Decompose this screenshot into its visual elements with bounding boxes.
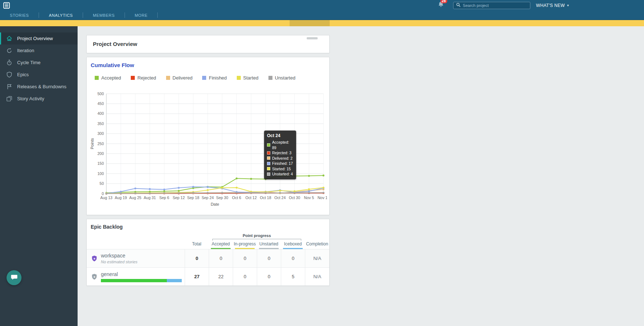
page-title-card: Project Overview xyxy=(86,35,330,53)
tooltip-row: Finished: 17 xyxy=(267,161,293,166)
home-icon xyxy=(6,35,12,42)
legend-swatch-icon xyxy=(268,76,272,80)
cell-in-progress: 0 xyxy=(233,268,257,286)
sidebar-item-cycle-time[interactable]: Cycle Time xyxy=(0,57,78,69)
tooltip-row: Delivered: 2 xyxy=(267,156,293,161)
search-input[interactable] xyxy=(463,3,527,8)
epic-backlog-card: Epic Backlog Point progress Total Accept… xyxy=(86,219,330,286)
legend-label: Accepted xyxy=(101,75,121,81)
flag-icon xyxy=(6,84,12,90)
notice-banner xyxy=(0,20,644,26)
legend-swatch-icon xyxy=(166,76,170,80)
whats-new-button[interactable]: WHAT'S NEW ▾ xyxy=(536,3,569,8)
svg-text:Oct 12: Oct 12 xyxy=(246,195,257,200)
legend-swatch-icon xyxy=(202,76,206,80)
column-header-unstarted: Unstarted xyxy=(257,239,281,249)
chevron-down-icon: ▾ xyxy=(567,3,569,7)
table-row: ★ general 27 22 0 0 5 N/A xyxy=(87,267,329,286)
cell-in-progress: 0 xyxy=(233,249,257,267)
svg-text:Aug 19: Aug 19 xyxy=(115,195,127,200)
legend-swatch-icon xyxy=(131,76,135,80)
stopwatch-icon xyxy=(6,59,12,66)
svg-text:Nov 5: Nov 5 xyxy=(304,195,314,200)
legend-item[interactable]: Started xyxy=(237,75,259,81)
legend-label: Finished xyxy=(209,75,227,81)
svg-text:150: 150 xyxy=(97,161,104,166)
point-progress-group-row: Point progress xyxy=(87,232,329,239)
page-layout: Project Overview Iteration Cycle Time Ep… xyxy=(0,26,644,326)
svg-text:Sep 12: Sep 12 xyxy=(173,195,185,200)
epic-progress-bar xyxy=(101,279,182,282)
svg-text:★: ★ xyxy=(93,257,95,260)
svg-text:Sep 6: Sep 6 xyxy=(159,195,169,200)
chart-tooltip: Oct 24 Accepted: 89Rejected: 3Delivered:… xyxy=(264,131,296,179)
epic-link-workspace[interactable]: ★ workspace No estimated stories xyxy=(87,249,185,267)
svg-text:200: 200 xyxy=(97,151,104,156)
svg-text:100: 100 xyxy=(97,171,104,176)
svg-text:Date: Date xyxy=(211,202,219,206)
svg-text:500: 500 xyxy=(97,92,104,96)
chart-legend: AcceptedRejectedDeliveredFinishedStarted… xyxy=(87,68,329,81)
app-logo-icon[interactable] xyxy=(3,2,10,9)
legend-item[interactable]: Unstarted xyxy=(268,75,295,81)
sidebar-item-label: Iteration xyxy=(17,48,34,53)
epic-name: workspace xyxy=(101,253,137,259)
cumulative-flow-card: Cumulative Flow AcceptedRejectedDelivere… xyxy=(86,57,330,215)
legend-item[interactable]: Rejected xyxy=(131,75,156,81)
cell-accepted: 22 xyxy=(209,268,233,286)
tab-stories[interactable]: STORIES xyxy=(0,11,39,20)
tab-analytics[interactable]: ANALYTICS xyxy=(39,11,83,20)
epic-name: general xyxy=(101,271,182,277)
legend-label: Started xyxy=(243,75,259,81)
tab-members[interactable]: MEMBERS xyxy=(83,11,125,20)
tooltip-rows: Accepted: 89Rejected: 3Delivered: 2Finis… xyxy=(267,140,293,177)
chat-launcher-button[interactable] xyxy=(7,270,21,285)
sidebar-item-releases-burndowns[interactable]: Releases & Burndowns xyxy=(0,81,78,93)
legend-swatch-icon xyxy=(95,76,99,80)
epic-backlog-title: Epic Backlog xyxy=(87,219,329,232)
sidebar-item-iteration[interactable]: Iteration xyxy=(0,44,78,57)
cell-accepted: 0 xyxy=(209,249,233,267)
tooltip-title: Oct 24 xyxy=(267,133,293,138)
table-row: ★ workspace No estimated stories 0 0 0 0… xyxy=(87,249,329,267)
tooltip-row: Unstarted: 4 xyxy=(267,171,293,177)
sidebar-item-label: Epics xyxy=(17,72,29,77)
column-header-total: Total xyxy=(185,239,209,249)
column-header-completion: Completion xyxy=(305,239,329,249)
shield-icon xyxy=(6,71,12,78)
top-right-controls: 28 WHAT'S NEW ▾ xyxy=(437,1,644,9)
svg-text:Oct 24: Oct 24 xyxy=(274,195,286,200)
legend-label: Unstarted xyxy=(275,75,295,81)
epic-link-general[interactable]: ★ general xyxy=(87,268,185,286)
legend-item[interactable]: Finished xyxy=(202,75,227,81)
svg-text:400: 400 xyxy=(97,111,104,116)
svg-text:Aug 25: Aug 25 xyxy=(129,195,141,200)
cell-total: 27 xyxy=(185,268,209,286)
tab-more[interactable]: MORE xyxy=(125,11,157,20)
cell-iceboxed: 0 xyxy=(281,249,305,267)
svg-text:Oct 6: Oct 6 xyxy=(232,195,241,200)
shield-star-icon: ★ xyxy=(91,273,98,280)
svg-text:Oct 30: Oct 30 xyxy=(289,195,300,200)
legend-item[interactable]: Accepted xyxy=(95,75,121,81)
redacted-block xyxy=(307,37,318,39)
legend-item[interactable]: Delivered xyxy=(166,75,193,81)
sidebar-item-story-activity[interactable]: Story Activity xyxy=(0,93,78,105)
cell-unstarted: 0 xyxy=(257,268,281,286)
sidebar-item-label: Project Overview xyxy=(17,36,53,41)
sidebar-item-epics[interactable]: Epics xyxy=(0,69,78,81)
column-header-accepted: Accepted xyxy=(209,239,233,249)
epic-backlog-header-row: Total Accepted In-progress Unstarted Ice… xyxy=(87,239,329,249)
svg-text:Aug 13: Aug 13 xyxy=(100,195,112,200)
cell-unstarted: 0 xyxy=(257,249,281,267)
notifications-button[interactable]: 28 xyxy=(437,1,444,9)
sidebar-item-project-overview[interactable]: Project Overview xyxy=(0,32,78,44)
legend-swatch-icon xyxy=(237,76,241,80)
cell-iceboxed: 5 xyxy=(281,268,305,286)
sidebar-item-label: Releases & Burndowns xyxy=(17,84,66,89)
whats-new-label: WHAT'S NEW xyxy=(536,3,565,8)
svg-text:450: 450 xyxy=(97,101,104,106)
svg-text:50: 50 xyxy=(99,181,104,186)
main-content: Project Overview Cumulative Flow Accepte… xyxy=(78,26,644,326)
cards-icon xyxy=(6,96,12,102)
